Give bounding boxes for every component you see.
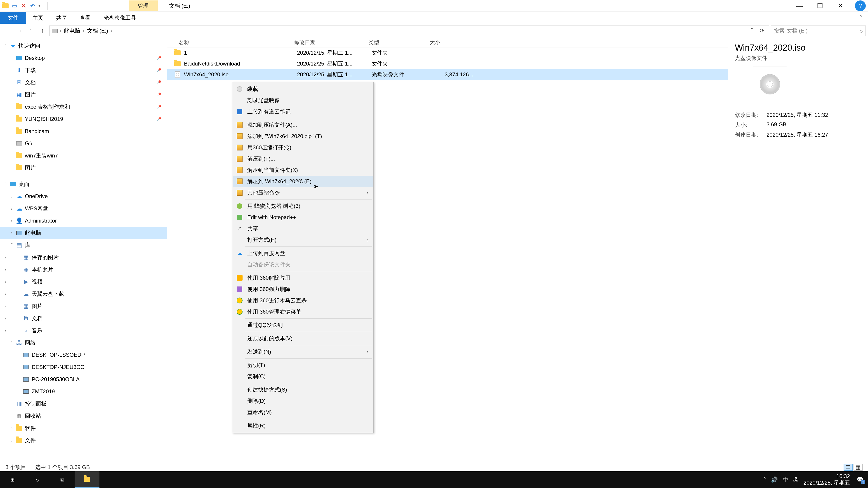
address-dropdown[interactable]: ˅ [747, 26, 756, 35]
menu-item[interactable]: 创建快捷方式(S) [233, 384, 373, 395]
menu-item[interactable]: 打开方式(H)› [233, 234, 373, 246]
ribbon-expand-button[interactable]: ˅ [855, 12, 868, 24]
help-button[interactable]: ? [855, 0, 866, 11]
menu-item[interactable]: 解压到(F)... [233, 153, 373, 164]
ime-indicator[interactable]: 中 [783, 476, 788, 483]
nav-up-button[interactable]: ↑ [37, 26, 48, 36]
nav-item[interactable]: DESKTOP-LSSOEDP [0, 349, 167, 361]
crumb-sep[interactable]: › [60, 29, 61, 33]
qat-undo-icon[interactable]: ↶ [29, 3, 36, 9]
nav-item[interactable]: ›文件 [0, 434, 167, 447]
menu-item[interactable]: 解压到 Win7x64_2020\ (E) [233, 176, 373, 187]
nav-recent-dropdown[interactable]: ˅ [26, 26, 36, 36]
menu-item[interactable]: ↗共享 [233, 223, 373, 234]
nav-quick-item[interactable]: ⬇下载📍 [0, 64, 167, 76]
nav-quick-item[interactable]: excel表格制作求和📍 [0, 101, 167, 113]
task-view-button[interactable]: ⧉ [50, 471, 74, 488]
crumb-this-pc[interactable]: 此电脑 [64, 27, 80, 34]
search-button[interactable]: ⌕ [25, 471, 50, 488]
file-row[interactable]: Win7x64_2020.iso 2020/12/25, 星期五 1... 光盘… [167, 69, 728, 80]
taskbar-explorer[interactable] [74, 471, 99, 488]
col-header-date[interactable]: 修改日期 [294, 39, 368, 46]
crumb-current[interactable]: 文档 (E:) [87, 27, 108, 34]
nav-item[interactable]: ›♪音乐 [0, 324, 167, 337]
menu-item[interactable]: 其他压缩命令› [233, 187, 373, 198]
nav-item[interactable]: ›👤Administrator [0, 215, 167, 227]
qat-customize-dropdown[interactable]: ▾ [38, 4, 43, 8]
nav-libraries[interactable]: ˅▤库 [0, 239, 167, 251]
menu-item[interactable]: 添加到压缩文件(A)... [233, 119, 373, 131]
menu-item[interactable]: 发送到(N)› [233, 346, 373, 357]
nav-quick-access[interactable]: ˅★快速访问 [0, 40, 167, 52]
menu-item[interactable]: 属性(R) [233, 420, 373, 431]
nav-item[interactable]: ZMT2019 [0, 385, 167, 398]
nav-this-pc[interactable]: ›此电脑 [0, 227, 167, 239]
menu-item[interactable]: 使用 360强力删除 [233, 284, 373, 295]
crumb-sep[interactable]: › [111, 29, 112, 33]
view-icons-button[interactable]: ▦ [854, 464, 863, 470]
nav-item[interactable]: ›☁WPS网盘 [0, 202, 167, 215]
menu-item[interactable]: 重命名(M) [233, 407, 373, 418]
menu-item[interactable]: 添加到 "Win7x64_2020.zip" (T) [233, 131, 373, 142]
file-row[interactable]: BaiduNetdiskDownload 2020/12/25, 星期五 1..… [167, 58, 728, 69]
ribbon-tab-home[interactable]: 主页 [26, 12, 50, 24]
menu-item[interactable]: 还原以前的版本(V) [233, 333, 373, 344]
ribbon-tab-view[interactable]: 查看 [73, 12, 97, 24]
nav-item[interactable]: ›🖹文档 [0, 312, 167, 324]
qat-properties-icon[interactable]: ▭ [11, 3, 18, 9]
nav-back-button[interactable]: ← [2, 26, 12, 36]
close-button[interactable]: ✕ [830, 0, 850, 11]
nav-item[interactable]: ›▦本机照片 [0, 263, 167, 275]
clock[interactable]: 16:32 2020/12/25, 星期五 [804, 473, 850, 486]
action-center-icon[interactable]: 💬3 [855, 475, 865, 485]
menu-item[interactable]: 使用 360管理右键菜单 [233, 306, 373, 318]
menu-item[interactable]: 使用 360解除占用 [233, 272, 373, 284]
menu-item[interactable]: 解压到当前文件夹(X) [233, 164, 373, 176]
nav-item[interactable]: ›软件 [0, 422, 167, 434]
nav-quick-item[interactable]: 图片 [0, 162, 167, 174]
search-icon[interactable]: ⌕ [860, 28, 863, 34]
start-button[interactable]: ⊞ [0, 471, 25, 488]
nav-quick-item[interactable]: G:\ [0, 137, 167, 150]
menu-item[interactable]: 上传到有道云笔记 [233, 106, 373, 117]
ribbon-file-tab[interactable]: 文件 [0, 12, 26, 24]
file-row[interactable]: 1 2020/12/15, 星期二 1... 文件夹 [167, 47, 728, 58]
nav-item[interactable]: DESKTOP-NJEU3CG [0, 361, 167, 373]
refresh-button[interactable]: ⟳ [757, 26, 767, 35]
nav-quick-item[interactable]: Bandicam [0, 125, 167, 137]
nav-quick-item[interactable]: ▦图片📍 [0, 89, 167, 101]
menu-item[interactable]: 用 蜂蜜浏览器 浏览(3) [233, 200, 373, 212]
menu-item[interactable]: 删除(D) [233, 395, 373, 407]
nav-quick-item[interactable]: YUNQISHI2019📍 [0, 113, 167, 125]
nav-item[interactable]: ›☁天翼云盘下载 [0, 288, 167, 300]
crumb-sep[interactable]: › [83, 29, 84, 33]
nav-quick-item[interactable]: win7重装win7 [0, 150, 167, 162]
col-header-name[interactable]: 名称 [167, 39, 294, 46]
nav-item[interactable]: ›☁OneDrive [0, 190, 167, 202]
tray-overflow-icon[interactable]: ˄ [763, 477, 766, 483]
ribbon-tab-disc-tools[interactable]: 光盘映像工具 [97, 12, 143, 24]
nav-item[interactable]: PC-20190530OBLA [0, 373, 167, 385]
network-icon[interactable]: 🖧 [793, 477, 799, 483]
nav-quick-item[interactable]: 🖹文档📍 [0, 76, 167, 89]
nav-quick-item[interactable]: Desktop📍 [0, 52, 167, 64]
menu-item[interactable]: 复制(C) [233, 371, 373, 382]
nav-forward-button[interactable]: → [14, 26, 24, 36]
menu-item[interactable]: ☁上传到百度网盘 [233, 248, 373, 259]
view-details-button[interactable]: ☰ [844, 464, 852, 470]
menu-item[interactable]: 装载 [233, 84, 373, 95]
menu-item[interactable]: 剪切(T) [233, 359, 373, 371]
ribbon-tab-share[interactable]: 共享 [50, 12, 73, 24]
search-input[interactable]: 搜索"文档 (E:)" ⌕ [771, 26, 866, 36]
menu-item[interactable]: Edit with Notepad++ [233, 212, 373, 223]
menu-item[interactable]: 使用 360进行木马云查杀 [233, 295, 373, 306]
explorer-icon[interactable] [2, 3, 8, 9]
menu-item[interactable]: 用360压缩打开(Q) [233, 142, 373, 153]
nav-network[interactable]: ˅🖧网络 [0, 337, 167, 349]
menu-item[interactable]: 通过QQ发送到 [233, 320, 373, 331]
col-header-size[interactable]: 大小 [430, 39, 475, 46]
maximize-button[interactable]: ❐ [810, 0, 830, 11]
nav-item[interactable]: ›▦图片 [0, 300, 167, 312]
address-box[interactable]: › 此电脑 › 文档 (E:) › ˅ ⟳ [49, 26, 769, 36]
volume-icon[interactable]: 🔊 [771, 477, 778, 483]
